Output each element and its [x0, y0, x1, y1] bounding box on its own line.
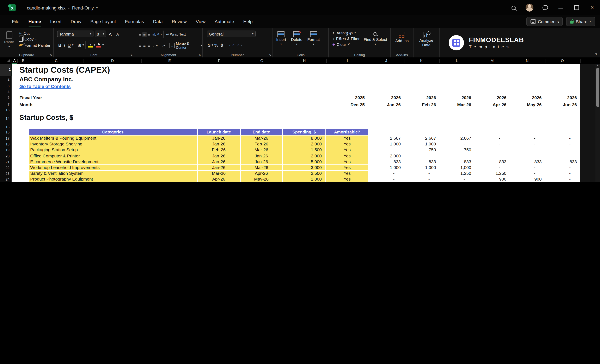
cell-monthly-value[interactable]: 833	[545, 159, 580, 165]
chevron-down-icon[interactable]: ▾	[94, 43, 95, 47]
page-title[interactable]: Startup Costs (CAPEX)	[19, 64, 226, 76]
column-header-I[interactable]: I	[347, 58, 348, 64]
cell-monthly-value[interactable]: -	[404, 153, 439, 159]
grow-font-button[interactable]: Aˆ	[108, 31, 114, 36]
decrease-decimal-button[interactable]: .0→	[235, 43, 244, 47]
wrap-text-button[interactable]: ↩ Wrap Text	[165, 32, 187, 36]
month-cell[interactable]: Jan-26	[369, 101, 404, 108]
cell-amortizable[interactable]: Yes	[326, 159, 368, 165]
cut-button[interactable]: ✂Cut	[17, 30, 52, 36]
chevron-down-icon[interactable]: ▾	[212, 43, 213, 47]
menu-tab-insert[interactable]: Insert	[46, 15, 66, 28]
align-bottom-button[interactable]: ≡	[147, 32, 151, 36]
dialog-launcher-icon[interactable]: ↘	[49, 53, 52, 57]
cell-spending[interactable]: 2,000	[283, 141, 325, 147]
table-header-spending-[interactable]: Spending, $	[283, 129, 325, 135]
cell-amortizable[interactable]: Yes	[326, 136, 368, 141]
row-header-16[interactable]: 16	[0, 129, 9, 136]
table-header-end-date[interactable]: End date	[241, 129, 282, 135]
cell-monthly-value[interactable]: 833	[439, 159, 475, 165]
cell-monthly-value[interactable]: 833	[369, 159, 404, 165]
vertical-scrollbar[interactable]: ▲	[595, 64, 600, 182]
font-name-select[interactable]: Tahoma▾	[57, 31, 94, 37]
row-header-2[interactable]: 2	[0, 76, 9, 83]
decrease-indent-button[interactable]: ←≡	[151, 44, 159, 47]
cell-amortizable[interactable]: Yes	[326, 147, 368, 153]
cell-monthly-value[interactable]: 2,667	[404, 136, 439, 141]
cell-monthly-value[interactable]: -	[545, 141, 580, 147]
share-button[interactable]: Share ▾	[566, 17, 595, 26]
cell-category[interactable]: E-commerce Website Development	[29, 159, 197, 165]
borders-button[interactable]: ⊞	[76, 43, 83, 47]
toc-link[interactable]: Go to Table of Contents	[19, 83, 143, 89]
cell-monthly-value[interactable]: -	[475, 153, 510, 159]
align-left-button[interactable]: ≡	[138, 43, 142, 48]
column-header-N[interactable]: N	[526, 58, 529, 64]
row-header-19[interactable]: 19	[0, 147, 9, 153]
row-header-15[interactable]: 15	[0, 125, 9, 129]
cell-launch-date[interactable]: Jan-26	[198, 141, 240, 147]
row-header-18[interactable]: 18	[0, 141, 9, 147]
menu-tab-file[interactable]: File	[8, 15, 24, 28]
cell-monthly-value[interactable]: -	[545, 153, 580, 159]
cell-monthly-value[interactable]: -	[475, 165, 510, 170]
cell-monthly-value[interactable]: 1,000	[369, 165, 404, 170]
dialog-launcher-icon[interactable]: ↘	[130, 53, 133, 57]
cell-category[interactable]: Workshop Leasehold Improvements	[29, 165, 197, 170]
cell-launch-date[interactable]: Feb-26	[198, 147, 240, 153]
month-cell[interactable]: May-26	[510, 101, 545, 108]
cell-monthly-value[interactable]: -	[404, 171, 439, 176]
cell-monthly-value[interactable]: -	[369, 147, 404, 153]
column-header-G[interactable]: G	[260, 58, 263, 64]
column-header-A[interactable]: A	[13, 58, 16, 64]
fiscal-year-cell[interactable]: 2026	[510, 94, 545, 101]
menu-tab-formulas[interactable]: Formulas	[121, 15, 149, 28]
menu-tab-home[interactable]: Home	[24, 15, 46, 28]
collapse-ribbon-icon[interactable]: ▾	[595, 52, 597, 56]
cell-end-date[interactable]: Mar-26	[241, 136, 282, 141]
cell-monthly-value[interactable]: 2,667	[439, 136, 475, 141]
underline-button[interactable]: U	[66, 43, 72, 47]
row-header-24[interactable]: 24	[0, 177, 9, 182]
cell-monthly-value[interactable]: 1,000	[404, 165, 439, 170]
shrink-font-button[interactable]: Aˇ	[115, 31, 121, 36]
cell-spending[interactable]: 1,800	[283, 177, 325, 182]
cell-monthly-value[interactable]: -	[369, 177, 404, 182]
month-label[interactable]: Month	[19, 101, 69, 108]
cell-monthly-value[interactable]: -	[404, 177, 439, 182]
increase-decimal-button[interactable]: ←.0	[227, 43, 236, 47]
cell-amortizable[interactable]: Yes	[326, 177, 368, 182]
cell-monthly-value[interactable]: -	[510, 153, 545, 159]
cell-end-date[interactable]: Feb-26	[241, 141, 282, 147]
web-button[interactable]	[537, 0, 553, 15]
cell-monthly-value[interactable]: 900	[510, 177, 545, 182]
fill-color-button[interactable]: ◂	[87, 43, 94, 47]
font-color-button[interactable]: A	[95, 43, 102, 47]
cell-end-date[interactable]: Apr-26	[241, 171, 282, 176]
accounting-format-button[interactable]: $	[207, 43, 212, 47]
column-header-L[interactable]: L	[456, 58, 458, 64]
fiscal-year-label[interactable]: Fiscal Year	[19, 94, 69, 101]
fiscal-year-cell[interactable]: 2026	[439, 94, 475, 101]
cell-launch-date[interactable]: Jan-26	[198, 159, 240, 165]
cell-monthly-value[interactable]: 2,000	[369, 153, 404, 159]
cell-monthly-value[interactable]: -	[545, 165, 580, 170]
cell-monthly-value[interactable]: 2,667	[369, 136, 404, 141]
month-cell[interactable]: Feb-26	[404, 101, 439, 108]
comments-button[interactable]: Comments	[526, 17, 563, 26]
cell-monthly-value[interactable]: 1,250	[475, 171, 510, 176]
menu-tab-automate[interactable]: Automate	[210, 15, 239, 28]
cell-spending[interactable]: 1,500	[283, 147, 325, 153]
cell-end-date[interactable]: Mar-26	[241, 165, 282, 170]
chevron-down-icon[interactable]: ▾	[72, 43, 73, 47]
menu-tab-view[interactable]: View	[191, 15, 210, 28]
dialog-launcher-icon[interactable]: ↘	[269, 53, 271, 57]
row-header-22[interactable]: 22	[0, 165, 9, 171]
cell-category[interactable]: Wax Melters & Pouring Equipment	[29, 136, 197, 141]
column-header-B[interactable]: B	[22, 58, 24, 64]
column-header-D[interactable]: D	[111, 58, 114, 64]
cell-monthly-value[interactable]: -	[439, 153, 475, 159]
number-format-select[interactable]: General▾	[207, 31, 255, 37]
cell-monthly-value[interactable]: -	[545, 177, 580, 182]
row-header-14[interactable]: 14	[0, 112, 9, 125]
